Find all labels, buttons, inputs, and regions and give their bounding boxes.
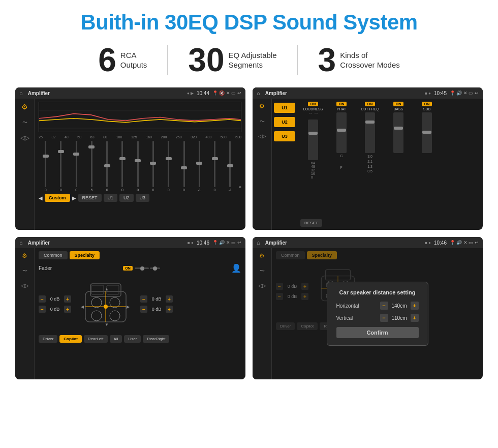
fader-minus-2[interactable]: − — [39, 306, 46, 313]
eq-slider-3[interactable]: 0 — [70, 141, 83, 192]
loudness-thumb[interactable] — [308, 132, 318, 135]
eq-slider-5[interactable]: 0 — [100, 141, 114, 192]
u3-btn[interactable]: U3 — [274, 131, 295, 141]
bass-fader[interactable] — [393, 112, 403, 153]
btn-user[interactable]: All — [110, 335, 122, 343]
sub-fader[interactable] — [422, 112, 432, 153]
vertical-minus[interactable]: − — [380, 314, 388, 322]
eq-slider-12[interactable]: 0 — [208, 141, 222, 192]
confirm-icon-2[interactable]: 〜 — [260, 267, 265, 275]
confirm-icon-1[interactable]: ⚙ — [259, 252, 265, 259]
u-home-icon[interactable]: ⌂ — [257, 90, 260, 96]
stat-text-eq: EQ Adjustable Segments — [229, 50, 277, 70]
cutfreq-thumb[interactable] — [365, 121, 375, 124]
confirm-bg-db-1: − 0 dB + — [276, 283, 308, 290]
eq-u1-btn[interactable]: U1 — [104, 194, 118, 202]
eq-u2-btn[interactable]: U2 — [119, 194, 134, 202]
eq-prev[interactable]: ◀ — [39, 195, 43, 201]
eq-slider-4[interactable]: 5 — [85, 141, 99, 192]
screen-confirm-title: Amplifier — [265, 240, 422, 246]
eq-slider-10[interactable]: 0 — [177, 141, 191, 192]
u-controls: ON LOUDNESS ⌒ ⌒ 644832160 — [297, 99, 483, 230]
fader-minus-4[interactable]: − — [140, 306, 147, 313]
fader-plus-4[interactable]: + — [166, 306, 173, 313]
fader-minus-3[interactable]: − — [140, 295, 147, 303]
svg-point-10 — [91, 311, 102, 321]
fader-icon-2[interactable]: 〜 — [22, 267, 27, 275]
eq-next[interactable]: ▶ — [72, 195, 76, 201]
bass-on[interactable]: ON — [393, 102, 404, 106]
loudness-on[interactable]: ON — [308, 102, 319, 106]
sub-thumb[interactable] — [422, 131, 431, 134]
confirm-icon-3[interactable]: ◁▷ — [258, 283, 266, 288]
eq-icon-2[interactable]: 〜 — [22, 119, 27, 126]
confirm-home-icon[interactable]: ⌂ — [257, 240, 260, 246]
u2-btn[interactable]: U2 — [274, 117, 295, 127]
screen-eq-header: ⌂ Amplifier ● ▶ 10:44 📍 🔇 ✕ ▭ ↩ — [15, 87, 245, 99]
btn-all[interactable]: Copilot — [59, 335, 82, 343]
curve-btn-1[interactable]: ⌒ — [308, 112, 313, 118]
fader-avatar-icon[interactable]: 👤 — [231, 263, 241, 273]
stat-text-rca: RCA Outputs — [120, 50, 147, 70]
eq-slider-13[interactable]: -1 — [223, 141, 237, 192]
btn-driver[interactable]: Driver — [39, 335, 57, 343]
fader-text: Fader — [39, 265, 52, 271]
u-icon-3[interactable]: ◁▷ — [258, 133, 266, 139]
u-icon-1[interactable]: ⚙ — [259, 103, 265, 110]
eq-icon-3[interactable]: ◁▷ — [20, 134, 29, 141]
fader-plus-2[interactable]: + — [64, 306, 71, 313]
eq-slider-2[interactable]: 0 — [54, 141, 68, 192]
vertical-plus[interactable]: + — [411, 314, 419, 322]
svg-point-9 — [110, 297, 120, 308]
u-control-row-1: ON LOUDNESS ⌒ ⌒ 644832160 — [300, 102, 480, 179]
eq-reset-btn[interactable]: RESET — [78, 194, 102, 202]
u-reset-btn[interactable]: RESET — [300, 219, 322, 227]
eq-slider-1[interactable]: 0 — [39, 141, 52, 192]
eq-u3-btn[interactable]: U3 — [136, 194, 150, 202]
screen-eq-time: 10:44 — [197, 91, 209, 96]
fader-icon-3[interactable]: ◁▷ — [21, 283, 29, 288]
btn-rearright[interactable]: RearRight — [143, 335, 169, 343]
cutfreq-fader[interactable] — [365, 112, 375, 153]
home-icon[interactable]: ⌂ — [19, 90, 23, 96]
btn-rearleft[interactable]: RearLeft — [84, 335, 108, 343]
eq-icon-1[interactable]: ⚙ — [21, 103, 28, 111]
horizontal-minus[interactable]: − — [380, 302, 388, 310]
loudness-fader[interactable] — [308, 120, 318, 160]
fader-minus-1[interactable]: − — [39, 295, 46, 303]
eq-slider-8[interactable]: 0 — [146, 141, 160, 192]
confirm-bg-val-1: 0 dB — [285, 284, 299, 289]
eq-slider-9[interactable]: 0 — [162, 141, 175, 192]
eq-slider-11[interactable]: -1 — [193, 141, 206, 192]
u1-btn[interactable]: U1 — [274, 103, 295, 113]
btn-copilot[interactable]: User — [124, 335, 141, 343]
phat-thumb[interactable] — [337, 129, 346, 132]
fader-icon-1[interactable]: ⚙ — [22, 252, 27, 259]
horizontal-plus[interactable]: + — [411, 302, 419, 310]
confirm-button[interactable]: Confirm — [336, 327, 419, 338]
curve-btn-2[interactable]: ⌒ — [314, 112, 318, 118]
fader-home-icon[interactable]: ⌂ — [19, 240, 23, 246]
fader-plus-3[interactable]: + — [166, 295, 173, 303]
fader-plus-1[interactable]: + — [64, 295, 71, 303]
fader-h-slider[interactable] — [135, 266, 160, 271]
fader-position-buttons: Driver Copilot RearLeft All User RearRig… — [39, 335, 241, 343]
fader-on-badge[interactable]: ON — [123, 266, 133, 271]
eq-arrows[interactable]: » — [238, 184, 241, 190]
bass-thumb[interactable] — [394, 127, 403, 130]
phat-on[interactable]: ON — [336, 102, 347, 106]
loudness-curve-btns: ⌒ ⌒ — [308, 112, 318, 118]
sub-on[interactable]: ON — [422, 102, 432, 106]
u-icon-2[interactable]: 〜 — [260, 118, 265, 125]
u-status-icons: 📍 🔊 ✕ ▭ ↩ — [450, 91, 479, 96]
eq-slider-7[interactable]: 0 — [131, 141, 145, 192]
horizontal-row: Horizontal − 140cm + — [336, 302, 419, 310]
tab-common[interactable]: Common — [39, 251, 68, 259]
eq-custom-btn[interactable]: Custom — [45, 194, 70, 202]
confirm-bg-tabs: Common Specialty — [276, 251, 479, 259]
cutfreq-on[interactable]: ON — [365, 102, 376, 106]
eq-slider-6[interactable]: 0 — [115, 141, 129, 192]
tab-specialty[interactable]: Specialty — [70, 251, 100, 259]
phat-fader[interactable] — [336, 112, 347, 153]
svg-text:▼: ▼ — [105, 322, 109, 327]
